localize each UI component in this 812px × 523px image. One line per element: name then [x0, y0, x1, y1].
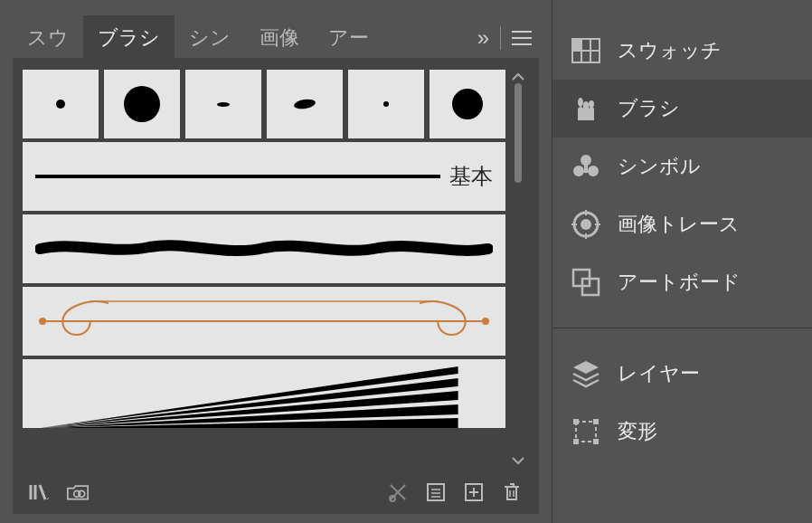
brush-tip-4[interactable] [266, 69, 344, 139]
tabs-more[interactable]: » [470, 25, 496, 51]
tab-artboard[interactable]: アー [314, 15, 383, 61]
panel-menu-icon[interactable] [505, 31, 539, 45]
sidebar: スウォッチ ブラシ シンボル 画像トレース アートボード レイヤー [552, 0, 812, 523]
sidebar-item-swatch[interactable]: スウォッチ [552, 22, 812, 80]
sidebar-item-imagetrace[interactable]: 画像トレース [552, 195, 812, 253]
scrollbar[interactable] [506, 139, 530, 472]
tab-image[interactable]: 画像 [245, 15, 314, 61]
brush-stroke-speedlines[interactable] [22, 358, 506, 429]
scroll-thumb[interactable] [515, 83, 522, 183]
brush-tip-6[interactable] [429, 69, 506, 139]
sidebar-label: シンボル [618, 153, 701, 180]
symbol-icon [571, 151, 601, 182]
panel-brush: スウ ブラシ シン 画像 アー » [0, 0, 552, 523]
tab-brush[interactable]: ブラシ [83, 15, 175, 61]
svg-rect-13 [572, 39, 581, 51]
new-icon[interactable] [463, 481, 485, 503]
tab-symbol[interactable]: シン [175, 15, 245, 61]
artboard-icon [571, 267, 601, 298]
panel-body: 基本 [13, 58, 539, 514]
svg-point-0 [39, 318, 46, 325]
brush-label-basic: 基本 [449, 162, 493, 191]
brush-tip-5[interactable] [347, 69, 425, 139]
divider [500, 26, 501, 50]
sidebar-item-symbol[interactable]: シンボル [552, 138, 812, 195]
panel-toolbar [22, 472, 530, 509]
cut-icon[interactable] [387, 481, 409, 503]
svg-rect-26 [573, 439, 579, 444]
sidebar-label: 画像トレース [618, 211, 740, 238]
svg-point-15 [589, 100, 594, 108]
svg-rect-24 [573, 419, 579, 424]
brush-tip-2[interactable] [103, 69, 181, 139]
tab-bar: スウ ブラシ シン 画像 アー » [13, 18, 539, 58]
sidebar-label: アートボード [618, 269, 741, 296]
svg-point-14 [578, 98, 583, 107]
options-icon[interactable] [425, 481, 447, 503]
tab-swatch[interactable]: スウ [13, 15, 83, 61]
brush-tip-3[interactable] [184, 69, 262, 139]
swatch-icon [571, 35, 601, 66]
svg-rect-25 [593, 419, 599, 424]
sidebar-label: 変形 [618, 418, 657, 445]
divider [552, 328, 812, 328]
trash-icon[interactable] [501, 481, 523, 503]
brush-stroke-ornament[interactable] [22, 286, 506, 357]
sidebar-label: ブラシ [618, 95, 680, 122]
svg-rect-27 [593, 439, 599, 444]
cloud-folder-icon[interactable] [67, 481, 89, 503]
brush-icon [571, 93, 601, 124]
image-trace-icon [571, 209, 601, 240]
sidebar-item-brush[interactable]: ブラシ [552, 80, 812, 138]
svg-rect-10 [428, 484, 444, 500]
scroll-down-icon[interactable] [511, 456, 525, 465]
sidebar-item-transform[interactable]: 変形 [552, 403, 812, 461]
transform-icon [571, 416, 601, 447]
svg-rect-23 [576, 422, 596, 442]
sidebar-label: レイヤー [618, 360, 700, 387]
svg-point-1 [482, 318, 489, 325]
svg-point-18 [588, 166, 599, 176]
sidebar-label: スウォッチ [618, 37, 722, 64]
sidebar-item-layer[interactable]: レイヤー [552, 345, 812, 403]
sidebar-item-artboard[interactable]: アートボード [552, 253, 812, 311]
library-icon[interactable] [29, 481, 51, 503]
brush-stroke-charcoal[interactable] [22, 214, 506, 284]
brush-tip-1[interactable] [22, 69, 99, 139]
svg-point-17 [573, 166, 584, 176]
brush-stroke-basic[interactable]: 基本 [22, 141, 506, 212]
layer-icon [571, 358, 601, 389]
svg-point-20 [581, 219, 591, 230]
